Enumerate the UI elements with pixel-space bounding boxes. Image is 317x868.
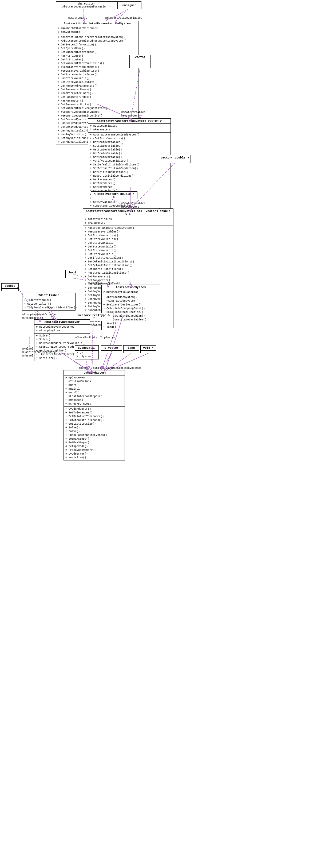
cvode-adaptor-methods: + CvodeAdaptor() + SetTolerances() + Get… [64, 407, 125, 460]
m-rel-tol-label: mRelTol [22, 347, 33, 350]
m-stopping-event-label: mStoppingEventOccurred [22, 313, 57, 316]
abstract-ode-system-methods: + AbstractOdeSystem() + ~AbstractOdeSyst… [102, 295, 160, 330]
long-box: long [123, 345, 139, 353]
abstract-param-std-fields: # mStateVariables # mParameters [83, 217, 173, 226]
m-params-label-2: mParameters [121, 206, 139, 209]
diagram-container: shared_ptr< AbstractOdeSystemInformation… [0, 0, 317, 868]
shared-ptr-label: shared_ptr< AbstractOdeSystemInformation… [58, 2, 115, 8]
identifiable-box: Identifiable + ~Identifiable() + GetIden… [22, 292, 75, 311]
n-vector-box: N_Vector [101, 345, 122, 353]
bool-box: bool [65, 270, 80, 278]
abstract-ode-system-title: AbstractOdeSystem [102, 285, 160, 290]
m-abs-tol-label: mAbsTol [22, 354, 33, 357]
bool-title: bool [66, 270, 80, 275]
std-vector-double-box: < std::vector< double > > [91, 191, 137, 199]
p-system-label: pSystem [104, 336, 115, 339]
void-ptr-title: void * [141, 345, 156, 351]
shared-ptr-box: shared_ptr< AbstractOdeSystemInformation… [56, 1, 117, 9]
long-title: long [124, 345, 139, 351]
cvode-adaptor-box: CvodeAdaptor ~ mpCvodeMem ~ mInitialValu… [64, 370, 125, 461]
vector-double-box: vector< double > [159, 155, 191, 163]
m-max-steps-label: mMaxSteps [111, 367, 125, 370]
abstract-param-std-title: AbstractParameterisedSystem< std::vector… [83, 209, 173, 217]
identifiable-methods: + ~Identifiable() + GetIdentifier() ~ Ti… [23, 298, 75, 310]
svg-marker-18 [51, 316, 54, 319]
m-state-vars-label-1: mStateVariables [121, 111, 145, 114]
vector-double-title: vector< double > [159, 155, 190, 160]
m-use-analytic-jacobian-label: mUseAnalyticJacobian [88, 281, 120, 284]
m-last-step-size-label: mLastInternalStepSize [22, 351, 56, 354]
m-params-label-1: mParameters [121, 114, 139, 117]
abstract-ode-system-box: AbstractOdeSystem # mUseAnalyticJacobian… [101, 285, 160, 330]
identifiable-title: Identifiable [23, 293, 75, 298]
cvode-data-title: CvodeData, [75, 345, 99, 351]
vector-title: VECTOR [130, 55, 150, 60]
unsigned-label: unsigned [122, 4, 137, 7]
abstract-untemplated-fields: + mNumberOfStateVariables # mpSystemInfo [56, 26, 138, 35]
n-vector-title: N_Vector [101, 345, 122, 351]
svg-line-58 [87, 362, 91, 370]
mp-system-info-label: mpSystemInfo [68, 17, 87, 20]
m-num-state-vars-label: mNumberOfStateVariables [105, 17, 142, 20]
m-check-for-roots-label: mCheckForRoots pY [75, 336, 102, 339]
svg-marker-7 [139, 116, 141, 118]
m-state-vars-label-2: mStateVariables [121, 202, 145, 205]
void-ptr-box: void * [140, 345, 156, 353]
svg-marker-23 [87, 366, 90, 370]
double-title: double [2, 283, 19, 289]
double-box: double [1, 283, 19, 291]
abstract-ode-system-fields: # mUseAnalyticJacobian [102, 290, 160, 295]
vector-box: VECTOR [130, 55, 151, 68]
abstract-param-vector-fields: # mStateVariables # mParameters [88, 124, 171, 132]
abstract-param-vector-title: AbstractParameterisedSystem< VECTOR > [88, 119, 171, 124]
abstract-untemplated-title: AbstractUntemplatedParameterisedSystem [56, 21, 138, 26]
abstract-ivp-ode-solver-fields: # mStoppingEventOccurred # mStoppingTime [34, 325, 90, 334]
cvode-adaptor-title: CvodeAdaptor [64, 370, 125, 375]
cvode-adaptor-fields: ~ mpCvodeMem ~ mInitialValues ~ mData ~ … [64, 375, 125, 407]
svg-marker-31 [90, 367, 92, 370]
std-vector-double-title: < std::vector< double > > [91, 192, 137, 200]
unsigned-box: unsigned [117, 1, 141, 9]
mp-cvode-mem-label: mpCvodeMem [125, 367, 141, 370]
abstract-ivp-ode-solver-title: AbstractIvpOdeSolver [34, 320, 90, 325]
cvode-data-fields: + pY + pSystem [75, 351, 99, 359]
m-data-label: mData [79, 367, 87, 370]
cvode-data-box: CvodeData, + pY + pSystem [75, 345, 99, 360]
